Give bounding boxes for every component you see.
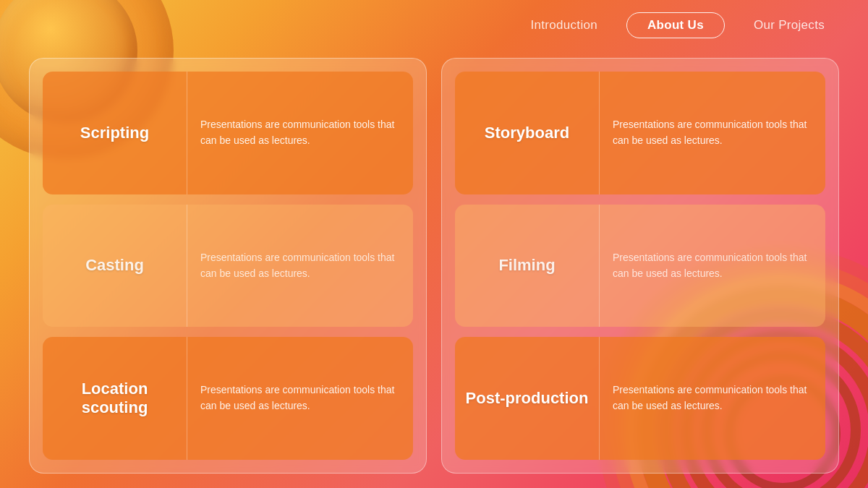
casting-title: Casting [85,256,144,275]
post-production-card: Post-production Presentations are commun… [455,337,825,460]
casting-desc: Presentations are communication tools th… [200,250,400,281]
storyboard-title-area: Storyboard [455,72,600,194]
casting-title-area: Casting [43,205,187,328]
post-production-title-area: Post-production [455,337,600,460]
storyboard-desc-area: Presentations are communication tools th… [600,72,825,194]
post-production-desc-area: Presentations are communication tools th… [600,337,825,460]
filming-card: Filming Presentations are communication … [455,205,825,328]
storyboard-desc: Presentations are communication tools th… [613,117,812,148]
scripting-title: Scripting [80,124,149,142]
location-scouting-desc-area: Presentations are communication tools th… [187,337,413,460]
filming-title: Filming [498,256,555,275]
scripting-title-area: Scripting [43,72,187,194]
storyboard-card: Storyboard Presentations are communicati… [455,72,825,194]
navbar: Introduction About Us Our Projects [0,0,868,51]
casting-card: Casting Presentations are communication … [43,205,413,328]
filming-title-area: Filming [455,205,600,328]
scripting-card: Scripting Presentations are communicatio… [43,72,413,194]
nav-our-projects[interactable]: Our Projects [754,18,825,33]
storyboard-title: Storyboard [485,124,569,142]
scripting-desc: Presentations are communication tools th… [200,117,400,148]
post-production-title: Post-production [466,389,589,408]
scripting-desc-area: Presentations are communication tools th… [187,72,413,194]
filming-desc-area: Presentations are communication tools th… [600,205,825,328]
location-scouting-desc: Presentations are communication tools th… [200,382,400,414]
casting-desc-area: Presentations are communication tools th… [187,205,413,328]
nav-introduction[interactable]: Introduction [531,18,597,33]
filming-desc: Presentations are communication tools th… [613,250,812,281]
location-scouting-title: Location scouting [51,380,178,418]
main-content: Scripting Presentations are communicatio… [29,58,839,474]
post-production-desc: Presentations are communication tools th… [613,382,812,414]
left-panel: Scripting Presentations are communicatio… [29,58,427,474]
location-scouting-card: Location scouting Presentations are comm… [43,337,413,460]
right-panel: Storyboard Presentations are communicati… [441,58,839,474]
location-scouting-title-area: Location scouting [43,337,187,460]
nav-about-us[interactable]: About Us [626,12,725,38]
